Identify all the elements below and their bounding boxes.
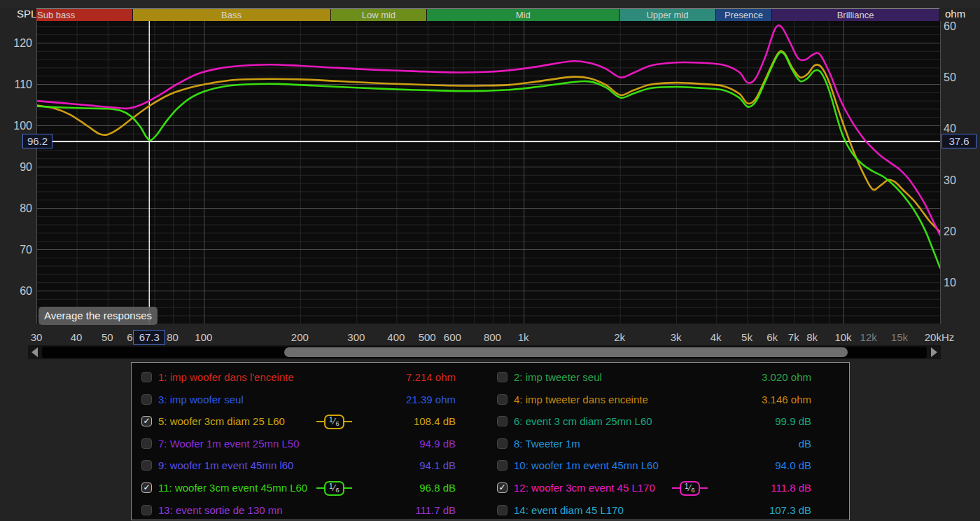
measurement-value: 94.0 dB [775,459,811,471]
measurement-value: 3.146 ohm [762,394,811,405]
freq-tick-50: 50 [102,331,113,343]
measurement-label: 3: imp woofer seul [158,394,244,405]
legend-row-4: 4: imp tweeter dans enceinte3.146 ohm [497,389,811,411]
window-top-strip [0,0,980,8]
ohm-tick-50: 50 [944,71,956,84]
measurement-label: 9: woofer 1m event 45mn l60 [158,459,293,471]
freq-tick-12k: 12k [860,331,877,343]
spl-tick-60: 60 [3,285,32,298]
legend-row-13: 13: event sortie de 130 mn111.7 dB [141,499,456,521]
measurement-value: 94.1 dB [419,459,456,471]
measurement-label: 8: Tweeter 1m [514,438,580,450]
measurement-checkbox-13-unchecked[interactable] [141,505,152,515]
freq-tick-10k: 10k [834,331,851,343]
ohm-cursor-value-box: 37.6 [941,134,976,148]
legend-row-2: 2: imp tweeter seul3.020 ohm [497,366,811,389]
measurement-label: 10: woofer 1m event 45mn L60 [514,459,659,471]
measurement-checkbox-4-unchecked[interactable] [497,394,507,405]
ohm-tick-10: 10 [944,277,956,289]
spl-tick-90: 90 [3,161,32,174]
measurement-checkbox-2-unchecked[interactable] [497,372,507,382]
average-responses-tooltip: Average the responses [38,307,158,325]
legend-row-9: 9: woofer 1m event 45mn l6094.1 dB [141,454,456,477]
measurement-checkbox-6-unchecked[interactable] [497,416,507,426]
freq-tick-7k: 7k [788,331,799,343]
scrollbar-track[interactable] [42,347,927,358]
spl-tick-100: 100 [3,120,32,132]
measurement-checkbox-7-unchecked[interactable] [141,438,152,449]
frequency-response-plot[interactable] [36,21,941,324]
scrollbar-left-arrow-icon[interactable] [31,347,38,357]
band-brilliance: Brilliance [772,9,939,21]
legend-row-5: ✓5: woofer 3cm diam 25 L601⁄6108.4 dB [141,410,456,433]
measurement-checkbox-8-unchecked[interactable] [497,438,507,449]
freq-tick-100: 100 [195,331,212,343]
legend-row-8: 8: Tweeter 1mdB [497,433,811,455]
measurement-checkbox-10-unchecked[interactable] [497,460,507,471]
legend-row-3: 3: imp woofer seul21.39 ohm [141,389,456,411]
measurement-label: 2: imp tweeter seul [514,371,602,383]
freq-tick-30: 30 [31,331,43,343]
measurement-value: 108.4 dB [414,415,456,427]
legend-row-10: 10: woofer 1m event 45mn L6094.0 dB [497,454,811,477]
ohm-tick-30: 30 [944,174,956,187]
smoothing-filter-badge[interactable]: 1⁄6 [672,480,708,496]
frequency-cursor-value-box: 67.3 [133,330,165,345]
smoothing-filter-badge[interactable]: 1⁄6 [316,414,352,429]
measurement-value: 94.9 dB [419,438,456,450]
smoothing-filter-badge[interactable]: 1⁄6 [316,480,352,496]
measurement-checkbox-3-unchecked[interactable] [141,394,152,405]
freq-tick-20kHz: 20kHz [925,331,955,343]
measurement-value: 7.214 ohm [406,371,456,383]
measurement-checkbox-5-checked[interactable]: ✓ [141,416,152,426]
measurement-value: 99.9 dB [775,415,811,427]
ohm-tick-20: 20 [944,225,956,238]
measurement-checkbox-12-checked[interactable]: ✓ [497,482,507,493]
freq-tick-40: 40 [71,331,83,343]
measurement-checkbox-1-unchecked[interactable] [141,372,152,382]
plot-canvas [37,21,940,324]
measurement-value: 107.3 dB [769,504,811,516]
spl-cursor-value-box: 96.2 [22,134,52,148]
freq-tick-8k: 8k [806,331,818,343]
freq-tick-2k: 2k [614,331,625,343]
measurement-checkbox-9-unchecked[interactable] [141,460,152,471]
measurement-value: dB [799,438,811,450]
freq-tick-600: 600 [444,331,461,343]
legend-row-6: 6: event 3 cm diam 25mn L6099.9 dB [497,410,811,433]
scrollbar-right-arrow-icon[interactable] [931,347,937,357]
measurement-value: 111.8 dB [771,482,811,494]
spl-axis-label: SPL [17,8,36,20]
measurement-value: 21.39 ohm [406,394,456,405]
band-presence: Presence [716,9,772,21]
freq-tick-3k: 3k [671,331,682,343]
band-upper-mid: Upper mid [620,9,716,21]
legend-row-12: ✓12: woofer 3cm event 45 L1701⁄6111.8 dB [497,477,811,499]
measurement-label: 13: event sortie de 130 mn [158,504,283,516]
freq-tick-300: 300 [347,331,365,343]
measurement-label: 5: woofer 3cm diam 25 L60 [158,415,285,427]
measurement-label: 11: woofer 3cm event 45mn L60 [158,482,307,494]
frequency-scrollbar[interactable] [28,345,941,359]
band-sub-bass: Sub bass [36,9,133,21]
freq-tick-6k: 6k [766,331,778,343]
measurement-checkbox-14-unchecked[interactable] [497,505,507,515]
measurement-label: 1: imp woofer dans l'enceinte [158,371,294,383]
freq-tick-1k: 1k [518,331,529,343]
band-mid: Mid [427,9,620,21]
freq-tick-5k: 5k [741,331,752,343]
ohm-tick-60: 60 [944,20,956,33]
measurement-checkbox-11-checked[interactable]: ✓ [141,482,152,493]
spl-tick-120: 120 [3,37,32,50]
legend-row-14: 14: event diam 45 L170107.3 dB [497,499,811,521]
freq-tick-800: 800 [484,331,501,343]
scrollbar-thumb[interactable] [284,347,848,357]
legend-row-7: 7: Woofer 1m event 25mn L5094.9 dB [141,433,456,455]
freq-tick-15k: 15k [891,331,908,343]
measurement-label: 12: woofer 3cm event 45 L170 [514,482,655,494]
spl-tick-80: 80 [3,202,32,215]
legend-row-11: ✓11: woofer 3cm event 45mn L601⁄696.8 dB [141,477,456,499]
measurement-label: 14: event diam 45 L170 [514,504,624,516]
app-window: SPL ohm Sub bassBassLow midMidUpper midP… [0,0,980,521]
frequency-band-strip: Sub bassBassLow midMidUpper midPresenceB… [36,8,939,21]
